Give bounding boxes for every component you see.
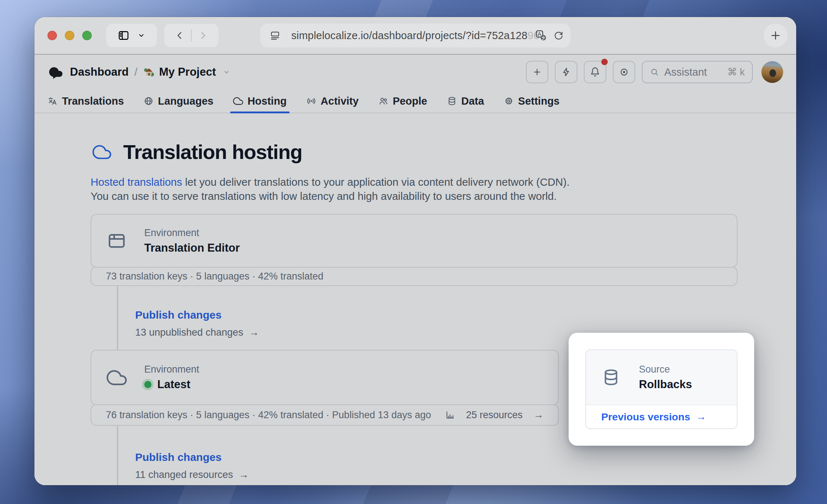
tab-settings[interactable]: Settings [504, 89, 560, 113]
url-text: simplelocalize.io/dashboard/projects/?id… [291, 30, 540, 42]
tab-languages[interactable]: Languages [144, 89, 213, 113]
arrow-right-icon: → [533, 409, 544, 421]
cloud-icon [233, 96, 243, 106]
tab-people[interactable]: People [378, 89, 427, 113]
environment-card-header[interactable]: Environment Translation Editor [91, 214, 737, 268]
chevron-down-icon [137, 31, 146, 40]
page-title-row: Translation hosting [91, 140, 302, 164]
tab-translations[interactable]: Translations [47, 89, 124, 113]
publish-changes-bottom: Publish changes 11 changed resources → [135, 451, 249, 480]
page-description: Hosted translations let you deliver tran… [91, 175, 570, 203]
minimize-window-button[interactable] [65, 31, 74, 40]
publish-changes-link[interactable]: Publish changes [135, 451, 249, 463]
new-tab-button[interactable] [764, 24, 787, 47]
rollbacks-spotlight-panel: Source Rollbacks Previous versions → [569, 333, 754, 446]
tab-data[interactable]: Data [447, 89, 484, 113]
tab-label: Data [461, 95, 484, 107]
resources-count: 25 resources [466, 410, 523, 421]
translate-icon [47, 96, 58, 106]
browser-window-icon [107, 231, 127, 251]
tab-label: People [393, 95, 427, 107]
web-page: Dashboard / My Project [34, 55, 796, 485]
zoom-window-button[interactable] [82, 31, 92, 40]
tab-hosting[interactable]: Hosting [233, 89, 287, 113]
database-icon [447, 96, 457, 106]
simplelocalize-logo-icon [47, 65, 64, 79]
notifications-button[interactable] [584, 61, 606, 83]
user-avatar[interactable] [761, 61, 783, 83]
quick-actions-button[interactable] [555, 61, 577, 83]
close-window-button[interactable] [47, 31, 57, 40]
green-status-dot [144, 381, 151, 388]
tab-activity[interactable]: Activity [306, 89, 359, 113]
environment-card-header[interactable]: Environment Latest [91, 350, 559, 405]
broadcast-icon [306, 96, 316, 106]
cloud-icon [91, 143, 113, 161]
rollbacks-title: Rollbacks [639, 378, 692, 391]
back-icon[interactable] [174, 30, 185, 41]
reader-view-icon[interactable] [270, 30, 280, 41]
project-name: My Project [159, 66, 216, 79]
environment-card-latest: Environment Latest 76 translation keys ·… [91, 350, 559, 426]
traffic-lights [47, 31, 92, 40]
tab-label: Translations [62, 95, 124, 107]
people-icon [378, 96, 388, 106]
bell-icon [590, 67, 600, 77]
unpublished-changes[interactable]: 13 unpublished changes → [135, 327, 259, 338]
address-bar[interactable]: simplelocalize.io/dashboard/projects/?id… [260, 24, 570, 47]
previous-versions-row[interactable]: Previous versions → [586, 405, 737, 428]
sidebar-icon [117, 29, 130, 42]
app-header: Dashboard / My Project [34, 55, 796, 89]
svg-text:A: A [538, 31, 541, 37]
arrow-right-icon: → [239, 469, 249, 480]
source-label: Source [639, 364, 692, 375]
resources-link[interactable]: 25 resources → [445, 409, 544, 421]
tab-label: Activity [321, 95, 359, 107]
publish-changes-top: Publish changes 13 unpublished changes → [135, 309, 259, 338]
toolbar-divider [191, 29, 192, 42]
translate-page-icon[interactable]: A [535, 29, 547, 42]
tab-label: Languages [158, 95, 213, 107]
environment-card-translation-editor: Environment Translation Editor 73 transl… [91, 214, 737, 286]
desktop-wallpaper: simplelocalize.io/dashboard/projects/?id… [0, 0, 827, 504]
environment-label: Environment [144, 364, 199, 375]
breadcrumb-dashboard[interactable]: Dashboard [70, 66, 129, 79]
record-icon [619, 67, 629, 77]
page-title: Translation hosting [123, 140, 302, 164]
record-button[interactable] [613, 61, 635, 83]
rollbacks-card-header: Source Rollbacks [586, 350, 737, 405]
tab-label: Hosting [248, 95, 287, 107]
sidebar-toggle-group[interactable] [106, 24, 157, 47]
forward-icon[interactable] [198, 30, 208, 41]
changed-resources[interactable]: 11 changed resources → [135, 469, 249, 480]
hosted-translations-link[interactable]: Hosted translations [91, 176, 182, 188]
gear-icon [504, 96, 514, 106]
arrow-right-icon: → [249, 327, 259, 338]
globe-icon [144, 96, 154, 106]
rollbacks-card[interactable]: Source Rollbacks Previous versions → [585, 349, 737, 429]
browser-window: simplelocalize.io/dashboard/projects/?id… [34, 17, 796, 485]
chevron-down-icon [223, 68, 230, 76]
new-tab-plus-icon [769, 29, 782, 42]
assistant-search[interactable]: Assistant ⌘ k [642, 61, 753, 83]
search-icon [650, 67, 659, 77]
description-text: let you deliver translations to your app… [182, 176, 570, 188]
unpublished-changes-text: 13 unpublished changes [135, 327, 243, 338]
project-switcher[interactable]: My Project [143, 66, 230, 79]
environment-stats: 76 translation keys · 5 languages · 42% … [106, 410, 431, 421]
environment-label: Environment [144, 227, 240, 239]
changed-resources-text: 11 changed resources [135, 469, 233, 480]
notification-badge [601, 59, 608, 65]
reload-icon[interactable] [553, 30, 564, 41]
lightning-icon [561, 67, 571, 77]
arrow-right-icon: → [696, 411, 706, 423]
environment-stats: 73 translation keys · 5 languages · 42% … [106, 271, 323, 282]
environment-name: Translation Editor [144, 242, 240, 255]
house-emoji-icon [143, 66, 155, 78]
environment-name: Latest [157, 378, 190, 391]
tab-label: Settings [518, 95, 560, 107]
publish-changes-link[interactable]: Publish changes [135, 309, 259, 321]
previous-versions-link[interactable]: Previous versions [601, 411, 690, 423]
assistant-shortcut: ⌘ k [727, 66, 745, 78]
add-button[interactable] [526, 61, 548, 83]
